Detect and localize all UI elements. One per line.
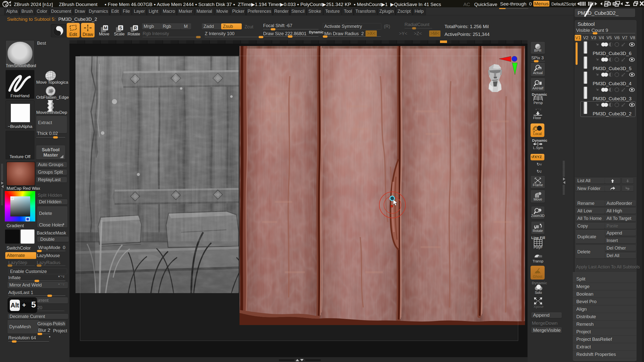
svg-text:M: M	[104, 26, 107, 30]
svg-text:R: R	[134, 26, 137, 30]
svg-text:x1: x1	[538, 67, 541, 70]
svg-text:S: S	[119, 26, 122, 30]
